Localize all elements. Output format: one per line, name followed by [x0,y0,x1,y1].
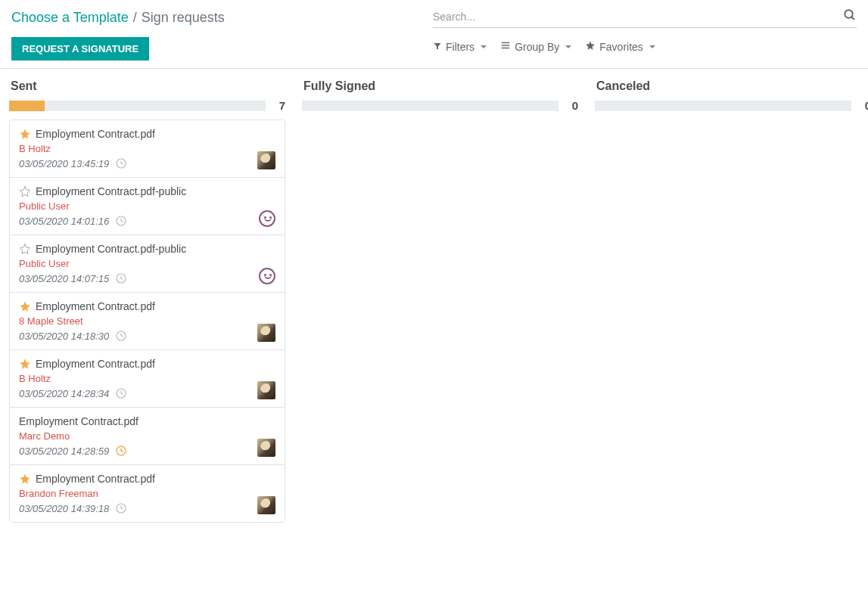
favorite-star-icon[interactable] [19,473,31,485]
card-timestamp: 03/05/2020 14:18:30 [19,331,109,342]
favorite-star-icon[interactable] [19,243,31,255]
card-title: Employment Contract.pdf [36,473,155,485]
card-title-row: Employment Contract.pdf-public [19,243,275,255]
activity-clock-icon[interactable] [115,330,127,342]
activity-clock-icon[interactable] [115,387,127,399]
progress-bar[interactable] [302,101,558,111]
kanban-card[interactable]: Employment Contract.pdfB Holtz03/05/2020… [10,120,285,178]
card-title: Employment Contract.pdf-public [36,185,186,197]
card-title: Employment Contract.pdf [36,300,155,312]
column-progress-row: 7 [9,99,285,112]
user-avatar[interactable] [259,210,275,227]
list-icon [500,40,511,53]
card-title-row: Employment Contract.pdf [19,358,275,370]
card-meta: 03/05/2020 13:45:19 [19,157,275,169]
card-title: Employment Contract.pdf-public [36,243,186,255]
card-title-row: Employment Contract.pdf [19,300,275,312]
card-title-row: Employment Contract.pdf-public [19,185,275,197]
group-by-label: Group By [515,41,559,53]
card-title-row: Employment Contract.pdf [19,473,275,485]
kanban-column: Sent7Employment Contract.pdfB Holtz03/05… [9,76,285,523]
breadcrumb-separator: / [133,10,137,26]
breadcrumb: Choose a Template / Sign requests [11,8,225,28]
user-avatar[interactable] [257,381,275,399]
card-signer: B Holtz [19,143,275,154]
svg-line-1 [851,17,854,20]
card-meta: 03/05/2020 14:28:59 [19,445,275,457]
user-avatar[interactable] [257,439,275,457]
activity-clock-icon[interactable] [115,157,127,169]
column-progress-row: 0 [595,99,868,112]
user-avatar[interactable] [257,324,275,342]
card-meta: 03/05/2020 14:28:34 [19,387,275,399]
favorite-star-icon[interactable] [19,128,31,140]
card-signer: Marc Demo [19,430,275,442]
card-list: Employment Contract.pdfB Holtz03/05/2020… [9,120,285,523]
user-avatar[interactable] [259,268,275,284]
filters-dropdown[interactable]: Filters [433,41,487,53]
column-title: Canceled [595,76,868,99]
card-title-row: Employment Contract.pdf [19,415,275,427]
activity-clock-icon[interactable] [115,502,127,514]
card-signer: Public User [19,200,275,212]
column-count: 0 [566,99,578,112]
activity-clock-icon[interactable] [115,272,127,284]
card-signer: 8 Maple Street [19,315,275,327]
kanban-card[interactable]: Employment Contract.pdfMarc Demo03/05/20… [10,408,285,465]
card-meta: 03/05/2020 14:01:16 [19,215,275,227]
card-signer: Public User [19,258,275,269]
card-signer: Brandon Freeman [19,488,275,499]
activity-clock-icon[interactable] [115,445,127,457]
card-timestamp: 03/05/2020 14:01:16 [19,216,109,227]
card-timestamp: 03/05/2020 13:45:19 [19,158,109,169]
breadcrumb-current: Sign requests [142,10,225,26]
column-title: Sent [9,76,285,99]
card-timestamp: 03/05/2020 14:28:34 [19,388,109,399]
user-avatar[interactable] [257,496,275,514]
column-title: Fully Signed [302,76,578,99]
card-timestamp: 03/05/2020 14:28:59 [19,445,109,457]
view-controls: Filters Group By Favorites [433,40,857,53]
request-signature-button[interactable]: Request a Signature [11,37,149,61]
activity-clock-icon[interactable] [115,215,127,227]
favorite-star-icon[interactable] [19,300,31,312]
kanban-column: Fully Signed0 [302,76,578,523]
search-icon[interactable] [843,8,857,25]
star-icon [585,40,596,53]
favorites-label: Favorites [599,41,643,53]
kanban-board: Sent7Employment Contract.pdfB Holtz03/05… [0,69,868,530]
filters-label: Filters [446,41,474,53]
card-timestamp: 03/05/2020 14:07:15 [19,273,109,284]
favorites-dropdown[interactable]: Favorites [585,40,655,53]
card-timestamp: 03/05/2020 14:39:18 [19,503,109,514]
kanban-card[interactable]: Employment Contract.pdfB Holtz03/05/2020… [10,350,285,408]
kanban-card[interactable]: Employment Contract.pdf8 Maple Street03/… [10,293,285,350]
favorite-star-icon[interactable] [19,185,31,197]
user-avatar[interactable] [257,151,275,169]
filter-icon [433,41,442,53]
progress-bar[interactable] [595,101,851,111]
card-meta: 03/05/2020 14:18:30 [19,330,275,342]
card-meta: 03/05/2020 14:39:18 [19,502,275,514]
kanban-column: Canceled0 [595,76,868,523]
search-input[interactable] [433,8,843,26]
svg-point-0 [845,10,853,18]
kanban-card[interactable]: Employment Contract.pdf-publicPublic Use… [10,178,285,235]
card-title: Employment Contract.pdf [36,128,155,140]
card-meta: 03/05/2020 14:07:15 [19,272,275,284]
card-title-row: Employment Contract.pdf [19,128,275,140]
column-count: 0 [859,99,868,112]
kanban-card[interactable]: Employment Contract.pdf-publicPublic Use… [10,235,285,293]
group-by-dropdown[interactable]: Group By [500,40,571,53]
kanban-card[interactable]: Employment Contract.pdfBrandon Freeman03… [10,465,285,522]
search-container [433,8,857,28]
column-count: 7 [273,99,285,112]
card-title: Employment Contract.pdf [36,358,155,370]
card-title: Employment Contract.pdf [19,415,138,427]
column-progress-row: 0 [302,99,578,112]
favorite-star-icon[interactable] [19,358,31,370]
progress-bar-fill [9,101,45,111]
breadcrumb-root[interactable]: Choose a Template [11,10,129,26]
progress-bar[interactable] [9,101,266,111]
card-signer: B Holtz [19,373,275,384]
